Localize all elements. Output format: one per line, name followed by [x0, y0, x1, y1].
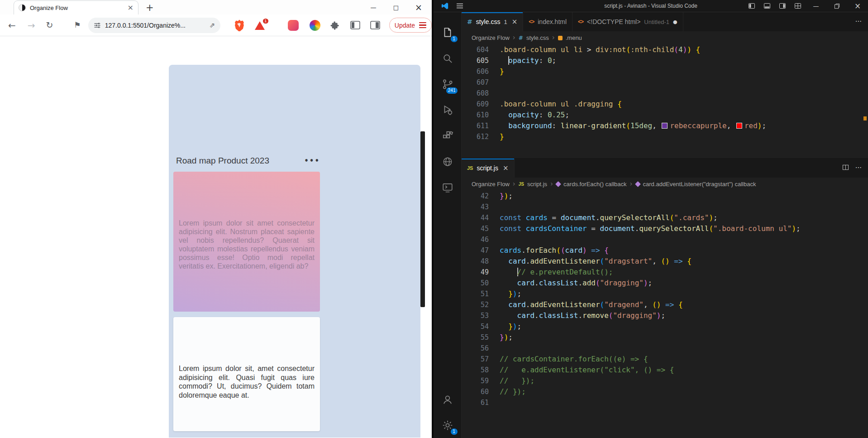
code-line[interactable]: 605 opacity: 0; — [462, 55, 868, 66]
line-number[interactable]: 606 — [462, 66, 500, 77]
code-line[interactable]: 52 card.addEventListener("dragend", () =… — [462, 299, 868, 310]
unsaved-dot-icon[interactable]: ● — [673, 19, 677, 25]
extensions-puzzle-icon[interactable] — [330, 20, 340, 30]
line-number[interactable]: 52 — [462, 299, 500, 310]
line-number[interactable]: 61 — [462, 397, 500, 408]
source-control-icon[interactable]: 241 — [434, 71, 462, 97]
line-number[interactable]: 609 — [462, 99, 500, 110]
line-number[interactable]: 54 — [462, 321, 500, 332]
code-line[interactable]: 45const cardsContainer = document.queryS… — [462, 223, 868, 234]
line-number[interactable]: 47 — [462, 245, 500, 256]
more-actions-icon[interactable]: ··· — [855, 164, 862, 172]
line-number[interactable]: 48 — [462, 256, 500, 267]
line-number[interactable]: 611 — [462, 120, 500, 131]
tab-close-icon[interactable]: × — [128, 4, 134, 11]
share-icon[interactable]: ⇗ — [210, 21, 215, 29]
line-number[interactable]: 612 — [462, 131, 500, 142]
back-button[interactable]: ← — [8, 21, 16, 30]
panel-toggle-icon[interactable] — [370, 21, 380, 29]
browser-tab-organize-flow[interactable]: Organize Flow × — [14, 0, 138, 14]
breadcrumb-item[interactable]: Organize Flow — [472, 181, 510, 188]
live-server-globe-icon[interactable] — [434, 149, 462, 174]
accounts-icon[interactable] — [434, 386, 462, 412]
line-number[interactable]: 45 — [462, 223, 500, 234]
code-line[interactable]: 47cards.forEach((card) => { — [462, 245, 868, 256]
line-number[interactable]: 59 — [462, 375, 500, 386]
vscode-minimize-button[interactable]: — — [806, 3, 826, 10]
extensions-icon[interactable] — [434, 123, 462, 149]
code-line[interactable]: 607 — [462, 77, 868, 88]
code-line[interactable]: 54 }); — [462, 321, 868, 332]
code-line[interactable]: 611 background: linear-gradient(15deg, r… — [462, 120, 868, 131]
line-number[interactable]: 57 — [462, 354, 500, 365]
code-line[interactable]: 610 opacity: 0.25; — [462, 110, 868, 120]
column-menu-icon[interactable]: ••• — [304, 157, 320, 165]
reading-list-icon[interactable]: ⚑ — [74, 21, 81, 29]
adblock-extension-icon[interactable]: 1 — [255, 20, 266, 30]
code-line[interactable]: 58// e.addEventListener("click", () => { — [462, 365, 868, 375]
tab-index-html[interactable]: <> index.html — [523, 12, 572, 31]
code-line[interactable]: 606} — [462, 66, 868, 77]
card-dragging[interactable]: Lorem ipsum dolor sit amet consectetur a… — [173, 172, 320, 312]
update-menu-button[interactable]: Update — [389, 18, 432, 33]
tab-untitled-1[interactable]: <> <!DOCTYPE html> Untitled-1 ● — [572, 12, 683, 31]
breadcrumb-item[interactable]: script.js — [527, 181, 547, 188]
forward-button[interactable]: → — [28, 21, 35, 30]
code-line[interactable]: 60// }); — [462, 386, 868, 397]
code-editor-css[interactable]: 604.board-column ul li > div:not(:nth-ch… — [462, 44, 868, 158]
customize-layout-icon[interactable] — [790, 2, 806, 10]
extension-icon-colorful[interactable] — [310, 20, 320, 31]
breadcrumb-item[interactable]: card.addEventListener("dragstart") callb… — [643, 181, 756, 188]
code-line[interactable]: 50 card.classList.add("dragging"); — [462, 278, 868, 289]
code-line[interactable]: 53 card.classList.remove("dragging"); — [462, 310, 868, 321]
run-debug-icon[interactable] — [434, 97, 462, 123]
browser-minimize-button[interactable]: — — [362, 4, 385, 11]
site-info-icon[interactable] — [94, 22, 101, 29]
settings-gear-icon[interactable]: 1 — [434, 412, 462, 438]
tab-close-icon[interactable]: × — [503, 164, 509, 172]
line-number[interactable]: 58 — [462, 365, 500, 375]
explorer-icon[interactable]: 1 — [434, 19, 462, 45]
toggle-panel-icon[interactable] — [759, 2, 775, 10]
vscode-close-button[interactable]: × — [847, 1, 868, 10]
menu-icon[interactable] — [456, 3, 463, 9]
code-line[interactable]: 612} — [462, 131, 868, 142]
url-text[interactable]: 127.0.0.1:5501/Organize%... — [105, 22, 205, 29]
breadcrumb-item[interactable]: cards.forEach() callback — [563, 181, 626, 188]
browser-maximize-button[interactable]: □ — [385, 4, 407, 11]
line-number[interactable]: 44 — [462, 212, 500, 223]
code-line[interactable]: 608 — [462, 88, 868, 99]
toggle-sidebar-icon[interactable] — [744, 2, 759, 10]
tab-close-icon[interactable]: × — [512, 18, 518, 26]
line-number[interactable]: 604 — [462, 44, 500, 55]
sidebar-toggle-icon[interactable] — [350, 21, 360, 29]
code-line[interactable]: 57// cardsContainer.forEach((e) => { — [462, 354, 868, 365]
line-number[interactable]: 607 — [462, 77, 500, 88]
split-editor-icon[interactable] — [842, 164, 849, 172]
new-tab-button[interactable]: + — [146, 3, 154, 13]
line-number[interactable]: 50 — [462, 278, 500, 289]
breadcrumb-item[interactable]: Organize Flow — [472, 34, 510, 41]
line-number[interactable]: 610 — [462, 110, 500, 120]
remote-explorer-icon[interactable] — [434, 174, 462, 200]
line-number[interactable]: 42 — [462, 191, 500, 202]
line-number[interactable]: 51 — [462, 289, 500, 299]
code-line[interactable]: 51 }); — [462, 289, 868, 299]
code-line[interactable]: 55}); — [462, 332, 868, 343]
reload-button[interactable]: ↻ — [46, 21, 53, 29]
line-number[interactable]: 49 — [462, 267, 500, 278]
line-number[interactable]: 43 — [462, 202, 500, 212]
line-number[interactable]: 46 — [462, 234, 500, 245]
brave-shield-icon[interactable] — [234, 19, 245, 31]
address-bar[interactable]: 127.0.0.1:5501/Organize%... ⇗ — [88, 18, 221, 33]
code-line[interactable]: 604.board-column ul li > div:not(:nth-ch… — [462, 44, 868, 55]
code-line[interactable]: 61 — [462, 397, 868, 408]
code-line[interactable]: 43 — [462, 202, 868, 212]
line-number[interactable]: 60 — [462, 386, 500, 397]
line-number[interactable]: 56 — [462, 343, 500, 354]
code-line[interactable]: 44const cards = document.querySelectorAl… — [462, 212, 868, 223]
page-scrollbar[interactable] — [420, 131, 425, 307]
line-number[interactable]: 608 — [462, 88, 500, 99]
code-line[interactable]: 46 — [462, 234, 868, 245]
toggle-secondary-sidebar-icon[interactable] — [775, 2, 790, 10]
